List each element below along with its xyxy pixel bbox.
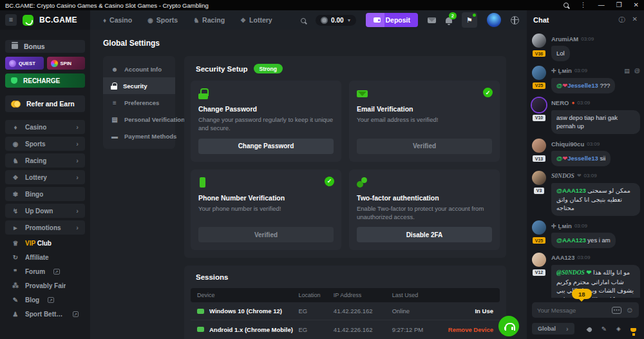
settings-tab-account-info[interactable]: ☻Account Info [103, 61, 175, 77]
deposit-button[interactable]: Deposit [366, 13, 418, 27]
username[interactable]: ArumiAM [551, 35, 578, 43]
device-icon [197, 309, 204, 314]
coinflip-icon[interactable]: ◈ [616, 325, 621, 332]
verified-check-icon: ✓ [483, 88, 493, 97]
username[interactable]: ✛ Ḻмin [551, 67, 572, 74]
disable-2fa-button[interactable]: Disable 2FA [357, 227, 492, 242]
chat-user-avatar[interactable] [532, 220, 546, 235]
quest-button[interactable]: QUEST [5, 57, 44, 70]
minimize-button[interactable]: — [598, 0, 605, 10]
chevron-right-icon: › [76, 173, 79, 181]
bcgame-logo-icon[interactable] [23, 15, 33, 26]
inbox-button[interactable] [428, 14, 436, 26]
topnav-link-lottery[interactable]: ❖Lottery [240, 16, 272, 24]
message-bubble: @❤Jesselle13 ??? [551, 78, 615, 93]
username[interactable]: NERO [551, 99, 569, 106]
chat-info-icon[interactable]: ⓘ [619, 15, 625, 24]
chat-user-avatar[interactable] [532, 253, 546, 267]
gif-icon[interactable] [612, 307, 621, 314]
sidebar-item-affiliate[interactable]: ↻Affiliate [5, 251, 85, 264]
topnav-link-casino[interactable]: ♦Casino [103, 16, 132, 24]
device-name: Windows 10 (Chrome 12) [209, 307, 282, 315]
sidebar-item-sports[interactable]: ◉Sports› [5, 137, 85, 151]
quest-icon [9, 60, 16, 67]
spin-wheel-icon [51, 60, 58, 67]
username[interactable]: Chiqui90cu [551, 140, 584, 148]
sidebar-item-vip-club[interactable]: ♕VIP Club [5, 237, 85, 249]
message-bubble: asw depo tiap hari gak pernah up [551, 110, 640, 135]
chevron-right-icon: › [76, 207, 79, 215]
settings-tab-preferences[interactable]: ≡Preferences [103, 94, 175, 111]
notifications-button[interactable]: 2 [446, 17, 452, 23]
verified-button[interactable]: Verified [198, 227, 334, 242]
sidebar-item-up-down[interactable]: ↯Up Down› [5, 204, 85, 218]
remove-device-button[interactable]: Remove Device [439, 326, 493, 333]
lottery-icon: ❖ [12, 174, 19, 181]
sidebar-item-promotions[interactable]: ►Promotions› [5, 220, 85, 235]
balance-pill[interactable]: 0.00 ▼ [316, 15, 356, 26]
sidebar-item-racing[interactable]: ♞Racing› [5, 153, 85, 168]
close-button[interactable]: ✕ [634, 0, 639, 10]
refer-and-earn-button[interactable]: Refer and Earn [5, 95, 85, 112]
settings-tab-label: Preferences [124, 99, 159, 106]
topnav-link-racing[interactable]: ♞Racing [193, 16, 225, 24]
sticker-icon[interactable]: ▤ [624, 68, 630, 74]
unread-count-pill[interactable]: 18 [572, 289, 592, 299]
sidebar-item-blog[interactable]: ✎Blog↗ [5, 294, 85, 306]
pen-icon[interactable]: ✎ [601, 325, 607, 333]
card-change-password: Change PasswordChange your password regu… [191, 81, 341, 162]
sidebar-item-lottery[interactable]: ❖Lottery› [5, 170, 85, 184]
column-header-device: Device [197, 292, 298, 298]
card-title: Phone Number Verification [198, 194, 334, 202]
chat-user-avatar[interactable] [532, 139, 546, 153]
sidebar-item-forum[interactable]: ❞Forum↗ [5, 266, 85, 278]
globe-icon[interactable] [511, 16, 519, 24]
check-mark: ✓ [327, 178, 332, 184]
trophy-icon[interactable] [630, 323, 636, 334]
spin-button[interactable]: SPIN [47, 57, 86, 70]
sidebar-item-bingo[interactable]: ✾Bingo [5, 187, 85, 201]
rain-icon[interactable] [587, 323, 592, 334]
sidebar-item-label: Blog [25, 296, 39, 304]
settings-tab-payment-methods[interactable]: ▬Payment Methods [103, 128, 175, 144]
chat-close-icon[interactable]: ✕ [632, 15, 638, 24]
support-fab[interactable] [498, 316, 519, 336]
settings-tab-personal-verification[interactable]: ▤Personal Verification [103, 111, 175, 128]
sidebar-item-sport-betting-insig[interactable]: ♟Sport Betting Insig...↗ [5, 308, 85, 320]
sessions-body: Windows 10 (Chrome 12)EG41.42.226.162Onl… [191, 302, 500, 338]
mention-icon[interactable]: @ [634, 68, 640, 74]
username[interactable]: ✛ Ḻмin [551, 222, 572, 229]
sidebar-item-provably-fair[interactable]: ⁂Provably Fair [5, 280, 85, 292]
kebab-menu-icon[interactable]: ⋮ [580, 0, 587, 10]
hamburger-menu-button[interactable]: ≡ [5, 14, 17, 26]
message-time: 03:09 [577, 255, 590, 260]
user-avatar[interactable] [487, 13, 501, 27]
emoji-icon[interactable]: ☺ [626, 306, 634, 314]
message-input[interactable] [537, 307, 607, 314]
chat-user-avatar[interactable] [532, 66, 546, 80]
chat-message: V10NERO●03:09asw depo tiap hari gak pern… [531, 98, 640, 135]
restore-button[interactable]: ❐ [616, 0, 622, 10]
id-card-icon: ▤ [111, 116, 118, 123]
find-icon[interactable] [564, 3, 569, 8]
verified-button[interactable]: Verified [357, 139, 492, 154]
username[interactable]: S0NDOS [551, 173, 574, 179]
change-password-button[interactable]: Change Password [198, 139, 334, 154]
bcgame-logo-text[interactable]: BC.GAME [39, 15, 77, 24]
settings-tab-security[interactable]: Security [103, 77, 175, 94]
lock-icon [198, 88, 210, 99]
message-time: 03:09 [587, 141, 600, 147]
chat-toggle-button[interactable]: ⚑ [462, 12, 477, 28]
chat-user-avatar[interactable] [532, 171, 546, 185]
chat-user-avatar[interactable] [532, 34, 546, 48]
sidebar-item-bonus[interactable]: Bonus [5, 40, 85, 53]
chat-user-avatar[interactable] [532, 98, 546, 112]
sidebar-item-casino[interactable]: ♦Casino› [5, 120, 85, 134]
in-use-label: In Use [439, 307, 493, 315]
username[interactable]: AAA123 [551, 254, 574, 261]
topnav-link-sports[interactable]: ◉Sports [147, 16, 178, 24]
session-ip: 41.42.226.162 [334, 326, 392, 333]
chat-channel-button[interactable]: Global › [532, 323, 574, 334]
search-button[interactable] [301, 14, 306, 26]
recharge-button[interactable]: RECHARGE [5, 73, 85, 88]
